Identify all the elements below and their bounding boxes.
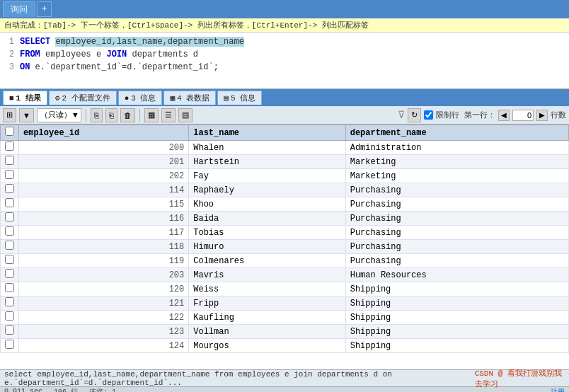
cell-employee-id: 120 — [19, 282, 189, 296]
tabledata-tab-icon: ▦ — [170, 93, 175, 103]
row-checkbox-cell[interactable] — [1, 169, 19, 183]
tab-config[interactable]: ⚙ 2 个配置文件 — [49, 91, 117, 105]
cell-dept: Purchasing — [345, 240, 568, 254]
delete-btn[interactable]: 🗑 — [120, 108, 135, 122]
next-btn[interactable]: ▶ — [536, 110, 548, 121]
row-checkbox[interactable] — [5, 212, 14, 221]
row-checkbox[interactable] — [5, 226, 14, 236]
row-checkbox[interactable] — [5, 156, 14, 165]
connection-label: 连接: 1 — [89, 387, 116, 393]
data-table-container: employee_id last_name department_name 20… — [0, 125, 569, 369]
row-checkbox[interactable] — [5, 241, 14, 250]
row-checkbox[interactable] — [5, 255, 14, 264]
cell-last-name: Fay — [189, 169, 345, 183]
cell-dept: Shipping — [345, 325, 568, 339]
sql-editor[interactable]: 1 SELECT employee_id,last_name,departmen… — [0, 33, 569, 89]
table-row[interactable]: 116 Baida Purchasing — [1, 212, 569, 226]
add-tab-button[interactable]: + — [37, 1, 52, 17]
row-checkbox-cell[interactable] — [1, 212, 19, 226]
row-checkbox-cell[interactable] — [1, 296, 19, 311]
sql-text-2: FROM employees e JOIN departments d — [20, 48, 198, 61]
row-checkbox-cell[interactable] — [1, 254, 19, 268]
row-checkbox[interactable] — [5, 311, 14, 321]
sql-line-3: 3 ON e.`department_id`=d.`department_id`… — [0, 61, 569, 74]
row-checkbox-cell[interactable] — [1, 155, 19, 169]
row-checkbox[interactable] — [5, 325, 14, 335]
tab-info[interactable]: ● 3 信息 — [118, 91, 163, 105]
row-checkbox[interactable] — [5, 198, 14, 207]
row-checkbox-cell[interactable] — [1, 226, 19, 240]
header-checkbox[interactable] — [1, 125, 19, 141]
row-checkbox[interactable] — [5, 269, 14, 278]
bottom-bar-right: 注册 — [551, 387, 565, 393]
copy-btn[interactable]: ⎘ — [91, 108, 103, 122]
row-checkbox[interactable] — [5, 142, 14, 151]
cell-employee-id: 115 — [19, 197, 189, 212]
cell-dept: Administration — [345, 141, 568, 155]
row-checkbox-cell[interactable] — [1, 197, 19, 212]
table-row[interactable]: 117 Tobias Purchasing — [1, 226, 569, 240]
limit-input[interactable] — [512, 110, 534, 121]
cell-employee-id: 119 — [19, 254, 189, 268]
register-link[interactable]: 注册 — [551, 387, 565, 393]
cell-employee-id: 121 — [19, 296, 189, 311]
grid-btn[interactable]: ▦ — [144, 108, 159, 122]
toolbar-btn-2[interactable]: ▼ — [19, 108, 34, 122]
table-row[interactable]: 118 Himuro Purchasing — [1, 240, 569, 254]
cell-employee-id: 122 — [19, 311, 189, 325]
list-btn[interactable]: ☰ — [161, 108, 176, 122]
refresh-btn[interactable]: ↻ — [408, 108, 421, 122]
table-row[interactable]: 201 Hartstein Marketing — [1, 155, 569, 169]
table-row[interactable]: 200 Whalen Administration — [1, 141, 569, 155]
sql-line-1: 1 SELECT employee_id,last_name,departmen… — [0, 35, 569, 48]
row-checkbox-cell[interactable] — [1, 325, 19, 339]
paste-btn[interactable]: ⎗ — [105, 108, 117, 122]
toolbar-sep-1 — [86, 109, 86, 122]
cell-last-name: Baida — [189, 212, 345, 226]
row-checkbox-cell[interactable] — [1, 268, 19, 282]
cell-employee-id: 203 — [19, 268, 189, 282]
row-checkbox-cell[interactable] — [1, 240, 19, 254]
prev-btn[interactable]: ◀ — [498, 110, 510, 121]
toolbar-btn-1[interactable]: ⊞ — [3, 108, 16, 122]
table-row[interactable]: 123 Vollman Shipping — [1, 325, 569, 339]
row-checkbox[interactable] — [5, 283, 14, 292]
table-row[interactable]: 121 Fripp Shipping — [1, 296, 569, 311]
row-checkbox[interactable] — [5, 297, 14, 306]
row-checkbox-cell[interactable] — [1, 311, 19, 325]
row-checkbox-cell[interactable] — [1, 141, 19, 155]
table-row[interactable]: 119 Colmenares Purchasing — [1, 254, 569, 268]
line-num-1: 1 — [3, 35, 14, 48]
row-checkbox-cell[interactable] — [1, 339, 19, 353]
row-checkbox[interactable] — [5, 184, 14, 193]
table-row[interactable]: 202 Fay Marketing — [1, 169, 569, 183]
cell-dept: Shipping — [345, 296, 568, 311]
dropdown-arrow-icon: ▼ — [73, 111, 78, 120]
limit-row-checkbox[interactable] — [424, 110, 433, 120]
hint-text: 自动完成：[Tab]-> 下一个标签，[Ctrl+Space]-> 列出所有标签… — [4, 21, 369, 30]
cell-employee-id: 200 — [19, 141, 189, 155]
table-row[interactable]: 115 Khoo Purchasing — [1, 197, 569, 212]
table-row[interactable]: 120 Weiss Shipping — [1, 282, 569, 296]
select-all-checkbox[interactable] — [5, 127, 14, 136]
row-checkbox-cell[interactable] — [1, 282, 19, 296]
tab-tabledata[interactable]: ▦ 4 表数据 — [163, 91, 216, 105]
readonly-dropdown[interactable]: （只读） ▼ — [37, 108, 81, 122]
query-tab[interactable]: 询问 — [3, 1, 35, 17]
sql-line-2: 2 FROM employees e JOIN departments d — [0, 48, 569, 61]
tab-results[interactable]: ■ 1 结果 — [3, 91, 47, 105]
limit-row-label: 限制行 第一行： — [436, 110, 495, 120]
cell-dept: Shipping — [345, 311, 568, 325]
header-department-name: department_name — [345, 125, 568, 141]
row-checkbox[interactable] — [5, 340, 14, 349]
tab-info2[interactable]: ▤ 5 信息 — [217, 91, 262, 105]
row-checkbox[interactable] — [5, 170, 14, 179]
cell-last-name: Himuro — [189, 240, 345, 254]
info-tab-icon: ● — [125, 94, 130, 103]
table-row[interactable]: 203 Mavris Human Resources — [1, 268, 569, 282]
row-checkbox-cell[interactable] — [1, 183, 19, 197]
table-row[interactable]: 124 Mourgos Shipping — [1, 339, 569, 353]
detail-btn[interactable]: ▤ — [178, 108, 192, 122]
table-row[interactable]: 122 Kaufling Shipping — [1, 311, 569, 325]
table-row[interactable]: 114 Raphaely Purchasing — [1, 183, 569, 197]
